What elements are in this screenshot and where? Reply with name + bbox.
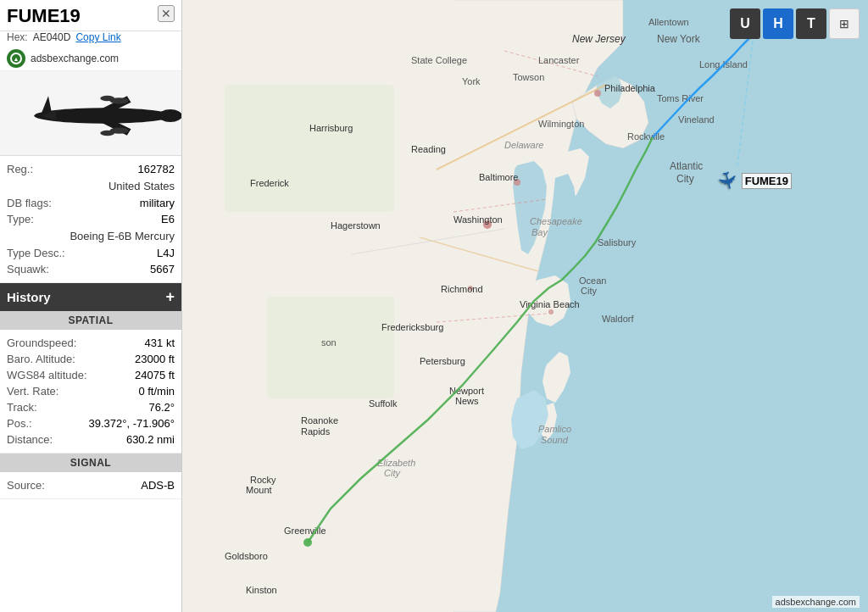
- type-row: Type: E6: [7, 211, 175, 227]
- svg-text:Mount: Mount: [246, 485, 272, 495]
- svg-text:Salisbury: Salisbury: [598, 237, 637, 248]
- svg-text:News: News: [455, 396, 479, 406]
- baro-alt-label: Baro. Altitude:: [7, 353, 75, 365]
- svg-text:Baltimore: Baltimore: [479, 172, 518, 182]
- svg-text:State College: State College: [411, 55, 467, 65]
- registration-section: Reg.: 162782 United States DB flags: mil…: [0, 156, 181, 283]
- svg-text:City: City: [581, 286, 597, 296]
- typedesc-row: Type Desc.: L4J: [7, 245, 175, 261]
- spatial-section: Groundspeed: 431 kt Baro. Altitude: 2300…: [0, 330, 181, 453]
- map-control-u-button[interactable]: U: [730, 8, 760, 39]
- typedesc-value: L4J: [157, 247, 175, 259]
- spatial-section-header: SPATIAL: [0, 311, 181, 330]
- reg-row: Reg.: 162782: [7, 161, 175, 177]
- type-full-value: Boeing E-6B Mercury: [7, 229, 175, 243]
- squawk-label: Squawk:: [7, 263, 49, 275]
- map-control-t-button[interactable]: T: [796, 8, 826, 39]
- distance-label: Distance:: [7, 433, 53, 446]
- map-container[interactable]: Philadelphia Baltimore Washington Richmo…: [182, 0, 868, 612]
- svg-text:York: York: [462, 76, 481, 86]
- history-label: History: [7, 290, 51, 304]
- map-attribution: adsbexchange.com: [772, 596, 860, 608]
- svg-text:New Jersey: New Jersey: [572, 33, 626, 45]
- svg-text:Toms River: Toms River: [657, 93, 704, 103]
- svg-text:Sound: Sound: [541, 435, 569, 445]
- position-value: 39.372°, -71.906°: [89, 417, 175, 430]
- svg-text:Kinston: Kinston: [246, 585, 277, 595]
- baro-alt-value: 23000 ft: [135, 353, 175, 365]
- vert-rate-value: 0 ft/min: [138, 385, 175, 398]
- svg-text:Atlantic: Atlantic: [670, 160, 703, 172]
- track-row: Track: 76.2°: [7, 399, 175, 415]
- groundspeed-label: Groundspeed:: [7, 337, 76, 349]
- svg-text:son: son: [321, 337, 337, 348]
- svg-text:City: City: [676, 173, 694, 185]
- typedesc-label: Type Desc.:: [7, 247, 65, 259]
- track-label: Track:: [7, 401, 37, 414]
- svg-text:Towson: Towson: [513, 72, 544, 82]
- svg-text:Rapids: Rapids: [301, 426, 331, 437]
- svg-text:Vineland: Vineland: [678, 114, 715, 125]
- svg-text:Richmond: Richmond: [441, 284, 483, 294]
- hex-row: Hex: AE040D Copy Link: [0, 31, 181, 47]
- svg-rect-22: [225, 85, 394, 212]
- signal-section: Source: ADS-B: [0, 472, 181, 499]
- svg-text:Petersburg: Petersburg: [420, 356, 465, 366]
- wgs84-alt-value: 24075 ft: [135, 369, 175, 381]
- svg-text:Wilmington: Wilmington: [538, 119, 584, 129]
- source-signal-label: Source:: [7, 479, 45, 492]
- aircraft-callsign-label: FUME19: [742, 173, 792, 189]
- svg-text:Hagerstown: Hagerstown: [331, 220, 381, 231]
- country-value: United States: [7, 179, 175, 193]
- groundspeed-row: Groundspeed: 431 kt: [7, 335, 175, 351]
- svg-text:Philadelphia: Philadelphia: [604, 83, 656, 93]
- svg-text:Goldsboro: Goldsboro: [225, 551, 268, 561]
- aircraft-info-panel: FUME19 ✕ Hex: AE040D Copy Link adsbexcha…: [0, 0, 182, 612]
- source-website: adsbexchange.com: [31, 53, 119, 64]
- svg-text:City: City: [384, 468, 401, 478]
- close-button[interactable]: ✕: [158, 5, 175, 22]
- svg-text:New York: New York: [657, 33, 701, 45]
- history-header: History +: [0, 283, 181, 311]
- source-signal-row: Source: ADS-B: [7, 477, 175, 493]
- aircraft-image-container: [0, 71, 181, 156]
- wgs84-alt-row: WGS84 altitude: 24075 ft: [7, 367, 175, 383]
- svg-text:Fredericksburg: Fredericksburg: [381, 322, 443, 332]
- type-full-row: Boeing E-6B Mercury: [7, 227, 175, 245]
- svg-text:Harrisburg: Harrisburg: [309, 123, 353, 133]
- callsign-title: FUME19: [7, 5, 81, 26]
- svg-text:Greenville: Greenville: [284, 526, 326, 536]
- distance-value: 630.2 nmi: [126, 433, 175, 446]
- reg-label: Reg.:: [7, 163, 33, 175]
- history-plus-button[interactable]: +: [165, 288, 175, 306]
- svg-text:Chesapeake: Chesapeake: [530, 216, 582, 226]
- reg-value: 162782: [138, 163, 175, 175]
- aircraft-silhouette: [23, 88, 159, 139]
- source-logo: [7, 49, 25, 68]
- panel-header: FUME19 ✕: [0, 0, 181, 31]
- position-row: Pos.: 39.372°, -71.906°: [7, 415, 175, 431]
- map-expand-button[interactable]: ⊞: [829, 8, 860, 39]
- wgs84-alt-label: WGS84 altitude:: [7, 369, 87, 381]
- svg-rect-23: [267, 297, 394, 398]
- source-row: adsbexchange.com: [0, 47, 181, 71]
- svg-text:Delaware: Delaware: [504, 140, 543, 150]
- copy-link-button[interactable]: Copy Link: [75, 31, 120, 43]
- vert-rate-row: Vert. Rate: 0 ft/min: [7, 383, 175, 399]
- svg-text:Allentown: Allentown: [648, 17, 689, 27]
- hex-label: Hex:: [7, 31, 28, 43]
- svg-text:Rockville: Rockville: [627, 131, 665, 142]
- svg-text:Reading: Reading: [411, 144, 446, 154]
- map-controls: U H T ⊞: [730, 8, 860, 39]
- svg-text:Rocky: Rocky: [250, 475, 276, 485]
- svg-text:Suffolk: Suffolk: [369, 398, 398, 409]
- track-value: 76.2°: [148, 401, 175, 414]
- type-label: Type:: [7, 213, 34, 225]
- type-value: E6: [161, 213, 175, 225]
- signal-section-header: SIGNAL: [0, 453, 181, 472]
- svg-text:Washington: Washington: [453, 214, 503, 225]
- map-control-h-button[interactable]: H: [763, 8, 793, 39]
- svg-point-8: [100, 130, 114, 136]
- svg-text:Pamlico: Pamlico: [538, 424, 571, 434]
- svg-text:Lancaster: Lancaster: [538, 55, 580, 65]
